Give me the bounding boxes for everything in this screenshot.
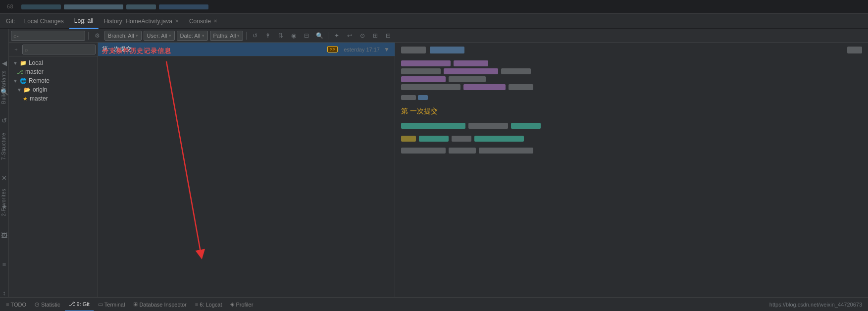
- date-filter-arrow: ▾: [202, 33, 204, 38]
- small-hash-1: [401, 95, 416, 100]
- sep-3: [328, 32, 328, 40]
- small-hash-row: [401, 95, 862, 100]
- search-log-icon[interactable]: 🔍: [314, 30, 325, 41]
- row-spacer: [401, 131, 862, 134]
- tag-icon[interactable]: ◉: [288, 30, 299, 41]
- meta-block-6: [401, 76, 446, 82]
- bottom-tab-db-inspector[interactable]: ⊞ Database Inspector: [129, 298, 191, 311]
- remote-label: Remote: [29, 77, 50, 84]
- layout-icon[interactable]: ⊟: [383, 30, 394, 41]
- bottom-tab-statistic[interactable]: ◷ Statistic: [31, 298, 65, 311]
- tab-log-all[interactable]: Log: all: [69, 14, 99, 29]
- meta-block-4: [444, 68, 498, 74]
- commit-detail-title: 第 一次提交: [401, 107, 862, 116]
- remote-label-icon: 🌐: [20, 78, 27, 84]
- commit-row-1[interactable]: 第一次提交 >> esterday 17:17 ▼: [98, 43, 395, 56]
- code-blur-1: [21, 4, 61, 9]
- meta-row-4: [401, 84, 862, 90]
- tab-history-label: History: HomeActivity.java: [103, 18, 172, 25]
- sep-2: [246, 32, 247, 40]
- log-search-input[interactable]: [11, 31, 85, 41]
- user-filter-arrow: ▾: [169, 33, 171, 38]
- meta-block-3: [401, 68, 441, 74]
- bottom-tab-todo[interactable]: ≡ TODO: [2, 298, 31, 311]
- cherry-pick-icon[interactable]: ✦: [331, 30, 342, 41]
- undo-icon[interactable]: ↩: [344, 30, 355, 41]
- paths-filter-arrow: ▾: [237, 33, 240, 38]
- left-side-strip: ◀ 🔍 ↺ + ✕ ★ 🖼 ≡ ↕: [0, 29, 9, 297]
- git-content-area: ⚙ Branch: All ▾ User: All ▾ Date: All ▾ …: [9, 29, 868, 297]
- tab-history[interactable]: History: HomeActivity.java ✕: [99, 14, 184, 29]
- bottom-tab-git[interactable]: ⎇ 9: Git: [65, 298, 94, 311]
- add-branch-icon[interactable]: +: [11, 44, 21, 55]
- tab-local-changes-label: Local Changes: [24, 18, 64, 25]
- push-pull-icon[interactable]: ⇅: [275, 30, 286, 41]
- tab-console[interactable]: Console ✕: [184, 14, 223, 29]
- lower-block-8: [401, 148, 446, 154]
- local-branch-item[interactable]: ▼ 📁 Local: [9, 58, 98, 67]
- todo-label: TODO: [10, 302, 26, 308]
- code-preview-bar: 68: [0, 0, 868, 14]
- remote-master-label: master: [30, 95, 48, 102]
- origin-collapse-icon: ▼: [17, 87, 22, 93]
- code-blur-4: [159, 4, 208, 9]
- grid-icon[interactable]: ⊞: [370, 30, 381, 41]
- git-icon: ⎇: [69, 301, 75, 307]
- commit-detail-panel: 第 一次提交: [395, 43, 868, 297]
- remote-branch-item[interactable]: ▼ 🌐 Remote: [9, 76, 98, 85]
- branch-icon[interactable]: ⊟: [301, 30, 312, 41]
- branch-filter[interactable]: Branch: All ▾: [104, 31, 142, 41]
- commits-and-detail: 分支条件历史记录信息 第一次提交 >: [98, 43, 868, 297]
- logcat-icon: ≡: [195, 302, 198, 308]
- meta-block-10: [509, 84, 533, 90]
- hash-box-3: [847, 47, 862, 53]
- lower-block-10: [479, 148, 533, 154]
- git-inner-area: + ▼ 📁 Local ⎇ master ▼ 🌐: [9, 43, 868, 297]
- origin-label: origin: [33, 86, 47, 93]
- date-filter-label: Date: All: [180, 33, 201, 39]
- tab-console-close[interactable]: ✕: [213, 18, 217, 24]
- meta-block-2: [454, 60, 488, 66]
- settings-icon[interactable]: ⚙: [92, 30, 102, 41]
- bottom-url: https://blog.csdn.net/weixin_44720673: [769, 302, 866, 308]
- master-branch-label: master: [25, 68, 44, 75]
- bottom-bar: ≡ TODO ◷ Statistic ⎇ 9: Git ▭ Terminal ⊞…: [0, 297, 868, 311]
- origin-item[interactable]: ▼ 📂 origin: [9, 85, 98, 94]
- local-label: Local: [29, 59, 43, 66]
- logcat-label: 6: Logcat: [200, 302, 222, 308]
- lower-block-3: [511, 123, 541, 129]
- db-inspector-icon: ⊞: [133, 301, 138, 308]
- branch-filter-arrow: ▾: [136, 33, 138, 38]
- branch-search-input[interactable]: [22, 45, 96, 54]
- git-tab-label: 9: Git: [77, 301, 90, 307]
- tab-history-close[interactable]: ✕: [175, 18, 179, 24]
- bottom-tab-terminal[interactable]: ▭ Terminal: [94, 298, 130, 311]
- fetch-icon[interactable]: ↟: [262, 30, 273, 41]
- commit-tag-1: >>: [327, 46, 338, 52]
- row-spacer-2: [401, 144, 862, 146]
- paths-filter[interactable]: Paths: All ▾: [210, 31, 244, 41]
- hash-spacer: [468, 47, 843, 53]
- code-blur-2: [64, 4, 123, 9]
- detail-hash-row: [401, 47, 862, 53]
- bottom-tab-logcat[interactable]: ≡ 6: Logcat: [191, 298, 227, 311]
- meta-row-2: [401, 68, 862, 74]
- master-branch-icon: ⎇: [17, 69, 23, 75]
- date-filter[interactable]: Date: All ▾: [177, 31, 208, 41]
- meta-row-3: [401, 76, 862, 82]
- refresh-log-icon[interactable]: ↺: [250, 30, 260, 41]
- bottom-tab-profiler[interactable]: ◈ Profiler: [226, 298, 257, 311]
- user-filter[interactable]: User: All ▾: [144, 31, 175, 41]
- user-filter-label: User: All: [147, 33, 167, 39]
- remote-master-item[interactable]: ★ master: [9, 94, 98, 103]
- commit-dropdown-1[interactable]: ▼: [383, 46, 391, 53]
- git-left-panel: + ▼ 📁 Local ⎇ master ▼ 🌐: [9, 43, 98, 297]
- branch-filter-label: Branch: All: [108, 33, 134, 39]
- revert-icon[interactable]: ⊙: [357, 30, 368, 41]
- lower-block-5: [419, 136, 449, 142]
- master-branch-item[interactable]: ⎇ master: [9, 67, 98, 76]
- detail-meta-rows: [401, 60, 862, 90]
- hash-box-2: [430, 47, 464, 53]
- detail-lower-rows: [401, 123, 862, 154]
- tab-local-changes[interactable]: Local Changes: [19, 14, 69, 29]
